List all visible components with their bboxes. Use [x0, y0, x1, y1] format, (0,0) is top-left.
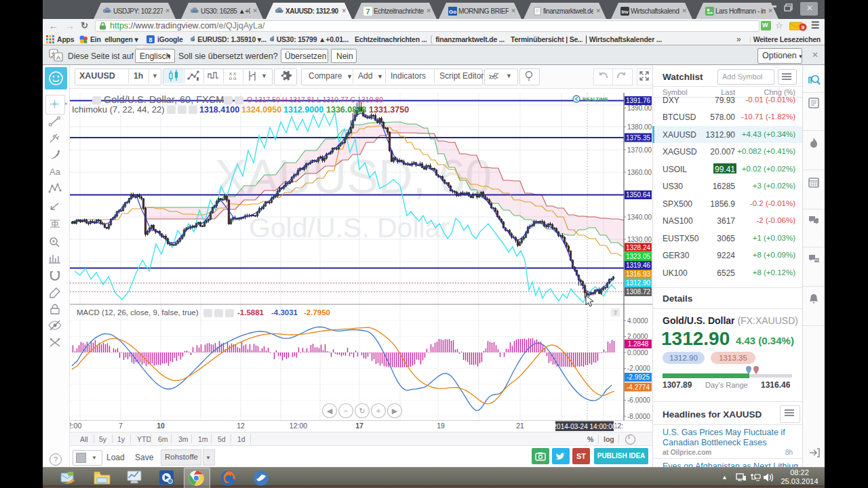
svg-text:1340.00: 1340.00 — [627, 214, 652, 221]
svg-text:1391.76: 1391.76 — [626, 97, 651, 104]
svg-text:2:00: 2:00 — [70, 422, 81, 430]
svg-text:Inv: Inv — [621, 9, 628, 14]
svg-text:1.2848: 1.2848 — [628, 340, 649, 348]
svg-text:1308.72: 1308.72 — [626, 288, 651, 296]
svg-text:17: 17 — [355, 422, 363, 430]
svg-text:1323.05: 1323.05 — [626, 253, 651, 260]
svg-text:12:00: 12:00 — [290, 422, 307, 430]
svg-text:21: 21 — [516, 422, 524, 430]
svg-text:1370.00: 1370.00 — [627, 146, 652, 154]
svg-text:PH: PH — [814, 259, 818, 262]
svg-text:+: + — [376, 407, 380, 415]
svg-text:◀: ◀ — [327, 407, 333, 415]
svg-text:-4.3031: -4.3031 — [271, 308, 298, 317]
svg-text:0.0000: 0.0000 — [627, 349, 648, 357]
svg-text:10: 10 — [157, 422, 165, 430]
svg-text:Gold/U.S. Dollar, 60, FXCM: Gold/U.S. Dollar, 60, FXCM — [104, 94, 224, 105]
svg-text:9: 9 — [802, 24, 805, 30]
svg-text:1375.35: 1375.35 — [626, 134, 651, 142]
svg-text:-4.2774: -4.2774 — [627, 384, 650, 391]
svg-text:Aa: Aa — [50, 167, 61, 177]
svg-text:1330.00: 1330.00 — [627, 236, 652, 243]
svg-text:↻: ↻ — [359, 407, 365, 415]
svg-text:1380.00: 1380.00 — [627, 123, 652, 131]
svg-text:REALTIME: REALTIME — [583, 96, 608, 102]
svg-text:1328.24: 1328.24 — [626, 244, 651, 251]
svg-text:1312.90: 1312.90 — [626, 279, 651, 287]
svg-text:Gold/U.S. Dollar: Gold/U.S. Dollar — [249, 212, 450, 243]
svg-text:⇧: ⇧ — [613, 310, 618, 316]
svg-text:1324.0950: 1324.0950 — [241, 105, 281, 115]
svg-text:-8.0000: -8.0000 — [627, 413, 650, 420]
svg-text:12: 12 — [237, 422, 245, 430]
svg-text:o o: o o — [229, 75, 237, 81]
svg-text:1316.93: 1316.93 — [626, 270, 651, 278]
svg-text:1336.0828: 1336.0828 — [326, 105, 366, 115]
svg-text:Go: Go — [449, 9, 456, 15]
svg-text:7: 7 — [119, 422, 123, 430]
svg-text:A: A — [56, 54, 60, 61]
svg-text:▶: ▶ — [392, 407, 398, 415]
svg-text:1350.64: 1350.64 — [626, 191, 651, 199]
svg-text:1331.3750: 1331.3750 — [369, 105, 409, 115]
svg-text:19: 19 — [437, 422, 445, 430]
svg-text:1360.00: 1360.00 — [627, 169, 652, 176]
svg-text:-1.5881: -1.5881 — [237, 308, 264, 317]
svg-text:O 1317.50 H 1317.81 L 1310.77: O 1317.50 H 1317.81 L 1310.77 C 1310.80 — [247, 96, 383, 104]
svg-text:2.0000: 2.0000 — [627, 333, 648, 340]
svg-text:−: − — [344, 407, 348, 415]
svg-text:2014-03-24 14:00:00: 2014-03-24 14:00:00 — [553, 423, 616, 430]
svg-text:-2.9925: -2.9925 — [627, 373, 650, 381]
svg-text:-2.0000: -2.0000 — [627, 365, 650, 372]
svg-text:-6.0000: -6.0000 — [627, 396, 650, 404]
svg-text:1312.9000: 1312.9000 — [283, 105, 323, 115]
svg-text:1318.4100: 1318.4100 — [199, 105, 239, 115]
svg-text:7: 7 — [366, 7, 370, 16]
svg-text:Ichimoku (7, 22, 44, 22): Ichimoku (7, 22, 44, 22) — [72, 104, 165, 115]
svg-text:-2.7950: -2.7950 — [304, 308, 330, 317]
svg-text:4.0000: 4.0000 — [627, 317, 648, 325]
svg-text:8: 8 — [149, 37, 152, 43]
svg-text:MACD (12, 26, close, 9, false,: MACD (12, 26, close, 9, false, true) — [77, 308, 199, 317]
svg-text:1390.00: 1390.00 — [627, 104, 652, 112]
svg-text:1319.46: 1319.46 — [626, 262, 651, 269]
